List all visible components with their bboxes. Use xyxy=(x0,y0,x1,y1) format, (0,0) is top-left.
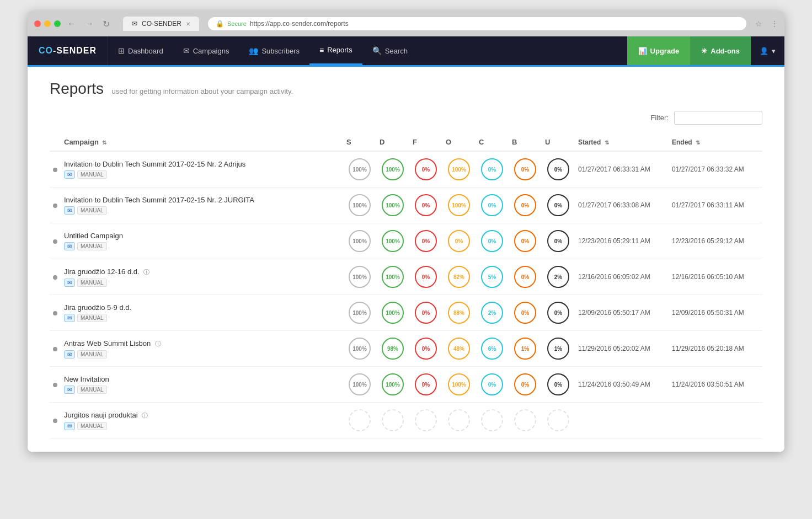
metric-circle-f: 0% xyxy=(415,158,437,180)
row-started: 11/29/2016 05:20:02 AM xyxy=(575,331,669,367)
row-s: 100% xyxy=(343,259,376,295)
row-campaign[interactable]: New Invitation✉MANUAL xyxy=(61,367,343,403)
main-content: Reports used for getting information abo… xyxy=(28,67,784,452)
metric-circle-s: 100% xyxy=(349,266,371,288)
info-icon[interactable]: ⓘ xyxy=(142,412,148,419)
table-row[interactable]: Jurgitos nauji produktai ⓘ✉MANUAL xyxy=(50,403,762,438)
metric-circle-o: 100% xyxy=(448,158,470,180)
campaign-name: Invitation to Dublin Tech Summit 2017-02… xyxy=(64,196,340,204)
metric-circle-o: 88% xyxy=(448,302,470,324)
th-started[interactable]: Started ⇅ xyxy=(575,133,669,151)
table-wrapper: Campaign ⇅ S D F O C B U Started ⇅ xyxy=(50,133,762,438)
nav-subscribers[interactable]: 👥 Subscribers xyxy=(239,36,309,65)
table-row[interactable]: Untitled Campaign✉MANUAL100%100%0%0%0%0%… xyxy=(50,223,762,259)
upgrade-label: Upgrade xyxy=(650,47,680,55)
row-f: 0% xyxy=(409,295,442,331)
row-s: 100% xyxy=(343,331,376,367)
table-row[interactable]: Jira gruodžio 5-9 d.d.✉MANUAL100%100%0%8… xyxy=(50,295,762,331)
sort-campaign-icon: ⇅ xyxy=(102,140,106,146)
nav-campaigns[interactable]: ✉ Campaigns xyxy=(173,36,239,65)
filter-input[interactable] xyxy=(674,111,762,125)
row-campaign[interactable]: Untitled Campaign✉MANUAL xyxy=(61,223,343,259)
info-icon[interactable]: ⓘ xyxy=(143,269,149,275)
table-row[interactable]: Jira gruodžio 12-16 d.d. ⓘ✉MANUAL100%100… xyxy=(50,259,762,295)
metric-circle-o: 48% xyxy=(448,338,470,360)
addons-button[interactable]: ✳ Add-ons xyxy=(690,36,751,65)
forward-button[interactable]: → xyxy=(83,18,96,30)
tag-email: ✉ xyxy=(64,206,75,215)
metric-circle-u: 0% xyxy=(547,373,569,395)
metric-circle-b: 1% xyxy=(514,338,536,360)
upgrade-button[interactable]: 📊 Upgrade xyxy=(627,36,691,65)
row-u: 0% xyxy=(542,188,575,223)
metric-circle-f: 0% xyxy=(415,373,437,395)
row-o: 0% xyxy=(442,223,476,259)
row-started: 12/16/2016 06:05:02 AM xyxy=(575,259,669,295)
row-status xyxy=(50,367,61,403)
maximize-dot[interactable] xyxy=(54,20,61,27)
tag-manual: MANUAL xyxy=(77,386,107,394)
row-campaign[interactable]: Invitation to Dublin Tech Summit 2017-02… xyxy=(61,151,343,188)
tag-manual: MANUAL xyxy=(77,279,107,287)
row-ended: 11/29/2016 05:20:18 AM xyxy=(669,331,762,367)
nav-search-label: Search xyxy=(385,47,408,55)
row-f xyxy=(409,403,442,438)
row-f: 0% xyxy=(409,188,442,223)
metric-circle-d: 100% xyxy=(382,230,404,252)
table-row[interactable]: Invitation to Dublin Tech Summit 2017-02… xyxy=(50,151,762,188)
campaign-name: Untitled Campaign xyxy=(64,232,340,240)
th-ended[interactable]: Ended ⇅ xyxy=(669,133,762,151)
row-status xyxy=(50,403,61,438)
nav-campaigns-label: Campaigns xyxy=(193,47,229,55)
table-row[interactable]: New Invitation✉MANUAL100%100%0%100%0%0%0… xyxy=(50,367,762,403)
row-ended: 01/27/2017 06:33:11 AM xyxy=(669,188,762,223)
row-campaign[interactable]: Jira gruodžio 5-9 d.d.✉MANUAL xyxy=(61,295,343,331)
minimize-dot[interactable] xyxy=(44,20,51,27)
row-campaign[interactable]: Invitation to Dublin Tech Summit 2017-02… xyxy=(61,188,343,223)
nav-dashboard[interactable]: ⊞ Dashboard xyxy=(108,36,173,65)
browser-menu-icon[interactable]: ⋮ xyxy=(771,20,778,28)
metric-circle-o: 100% xyxy=(448,194,470,216)
reports-table: Campaign ⇅ S D F O C B U Started ⇅ xyxy=(50,133,762,438)
row-started: 11/24/2016 03:50:49 AM xyxy=(575,367,669,403)
tag-email: ✉ xyxy=(64,242,75,250)
back-button[interactable]: ← xyxy=(65,18,78,30)
nav-reports[interactable]: ≡ Reports xyxy=(309,36,362,65)
row-b: 1% xyxy=(509,331,542,367)
tab-close-icon[interactable]: ✕ xyxy=(186,21,190,27)
bookmark-icon[interactable]: ☆ xyxy=(755,19,762,28)
tag-email: ✉ xyxy=(64,279,75,287)
refresh-button[interactable]: ↻ xyxy=(100,18,112,30)
row-o: 100% xyxy=(442,151,476,188)
row-c: 0% xyxy=(476,223,509,259)
metric-circle-u: 2% xyxy=(547,266,569,288)
row-campaign[interactable]: Jurgitos nauji produktai ⓘ✉MANUAL xyxy=(61,403,343,438)
browser-tab[interactable]: ✉ CO-SENDER ✕ xyxy=(123,17,199,31)
metric-circle-u: 0% xyxy=(547,302,569,324)
page-title: Reports xyxy=(50,80,104,97)
row-f: 0% xyxy=(409,259,442,295)
filter-row: Filter: xyxy=(50,111,762,125)
row-s xyxy=(343,403,376,438)
row-s: 100% xyxy=(343,188,376,223)
metric-circle-c: 0% xyxy=(481,194,503,216)
reports-icon: ≡ xyxy=(319,46,324,55)
metric-circle-c: 2% xyxy=(481,302,503,324)
nav-search[interactable]: 🔍 Search xyxy=(362,36,418,65)
th-campaign[interactable]: Campaign ⇅ xyxy=(61,133,343,151)
row-campaign[interactable]: Antras Web Summit Lisbon ⓘ✉MANUAL xyxy=(61,331,343,367)
close-dot[interactable] xyxy=(34,20,41,27)
row-campaign[interactable]: Jira gruodžio 12-16 d.d. ⓘ✉MANUAL xyxy=(61,259,343,295)
user-icon: 👤 xyxy=(760,47,768,55)
row-c: 2% xyxy=(476,295,509,331)
info-icon[interactable]: ⓘ xyxy=(155,340,161,347)
row-s: 100% xyxy=(343,151,376,188)
user-menu-button[interactable]: 👤 ▾ xyxy=(751,36,784,65)
tab-favicon: ✉ xyxy=(132,20,137,28)
row-u xyxy=(542,403,575,438)
table-row[interactable]: Invitation to Dublin Tech Summit 2017-02… xyxy=(50,188,762,223)
table-row[interactable]: Antras Web Summit Lisbon ⓘ✉MANUAL100%98%… xyxy=(50,331,762,367)
metric-circle-s: 100% xyxy=(349,194,371,216)
metric-circle-u: 0% xyxy=(547,158,569,180)
url-text[interactable]: https://app.co-sender.com/reports xyxy=(250,20,349,28)
